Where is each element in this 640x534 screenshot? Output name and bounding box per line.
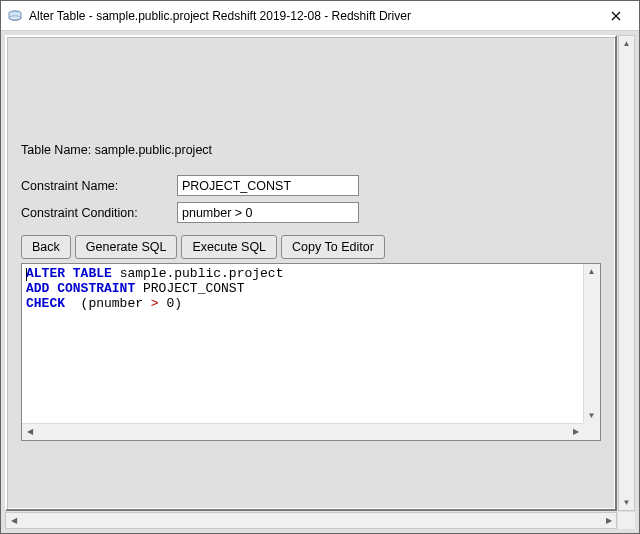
constraint-name-input[interactable]	[177, 175, 359, 196]
spacer	[21, 51, 601, 143]
window-title: Alter Table - sample.public.project Reds…	[29, 9, 593, 23]
scroll-left-icon[interactable]: ◀	[22, 424, 37, 439]
constraint-name-row: Constraint Name:	[21, 175, 601, 196]
outer-scroll-corner	[618, 512, 635, 529]
scroll-track[interactable]	[21, 513, 601, 528]
scroll-down-icon[interactable]: ▼	[619, 495, 634, 510]
copy-to-editor-button[interactable]: Copy To Editor	[281, 235, 385, 259]
scroll-track[interactable]	[584, 279, 600, 408]
sql-vertical-scrollbar[interactable]: ▲ ▼	[583, 264, 600, 423]
close-button[interactable]	[593, 1, 639, 31]
client-area: Table Name: sample.public.project Constr…	[1, 31, 639, 533]
button-row: Back Generate SQL Execute SQL Copy To Ed…	[21, 235, 601, 259]
constraint-condition-label: Constraint Condition:	[21, 206, 177, 220]
app-icon	[7, 8, 23, 24]
sql-constraint-name: PROJECT_CONST	[135, 281, 244, 296]
sql-kw-add-constraint: ADD CONSTRAINT	[26, 281, 135, 296]
constraint-name-label: Constraint Name:	[21, 179, 177, 193]
sql-hscroll-wrap: ◀ ▶	[22, 423, 600, 440]
scroll-track[interactable]	[37, 424, 568, 440]
scroll-left-icon[interactable]: ◀	[6, 513, 21, 528]
scroll-right-icon[interactable]: ▶	[568, 424, 583, 439]
sql-op-gt: >	[151, 296, 159, 311]
sql-check-close: 0)	[159, 296, 182, 311]
main-panel: Table Name: sample.public.project Constr…	[5, 35, 617, 511]
sql-kw-alter-table: ALTER TABLE	[26, 266, 112, 281]
execute-sql-button[interactable]: Execute SQL	[181, 235, 277, 259]
sql-kw-check: CHECK	[26, 296, 65, 311]
table-name-label: Table Name: sample.public.project	[21, 143, 601, 157]
scroll-track[interactable]	[619, 51, 634, 495]
dialog-window: Alter Table - sample.public.project Reds…	[0, 0, 640, 534]
back-button[interactable]: Back	[21, 235, 71, 259]
outer-horizontal-scrollbar[interactable]: ◀ ▶	[5, 512, 617, 529]
sql-horizontal-scrollbar[interactable]: ◀ ▶	[22, 423, 583, 440]
outer-scroll-container: Table Name: sample.public.project Constr…	[1, 31, 639, 533]
scroll-right-icon[interactable]: ▶	[601, 513, 616, 528]
outer-vertical-scrollbar[interactable]: ▲ ▼	[618, 35, 635, 511]
scroll-up-icon[interactable]: ▲	[619, 36, 634, 51]
constraint-condition-row: Constraint Condition:	[21, 202, 601, 223]
constraint-condition-input[interactable]	[177, 202, 359, 223]
sql-check-open: (pnumber	[65, 296, 151, 311]
scroll-up-icon[interactable]: ▲	[584, 264, 599, 279]
sql-obj: sample.public.project	[112, 266, 284, 281]
sql-scroll-corner	[583, 423, 600, 440]
sql-text[interactable]: ALTER TABLE sample.public.project ADD CO…	[22, 264, 583, 423]
sql-body: ALTER TABLE sample.public.project ADD CO…	[22, 264, 600, 423]
generate-sql-button[interactable]: Generate SQL	[75, 235, 178, 259]
titlebar[interactable]: Alter Table - sample.public.project Reds…	[1, 1, 639, 31]
scroll-down-icon[interactable]: ▼	[584, 408, 599, 423]
sql-editor[interactable]: ALTER TABLE sample.public.project ADD CO…	[21, 263, 601, 441]
